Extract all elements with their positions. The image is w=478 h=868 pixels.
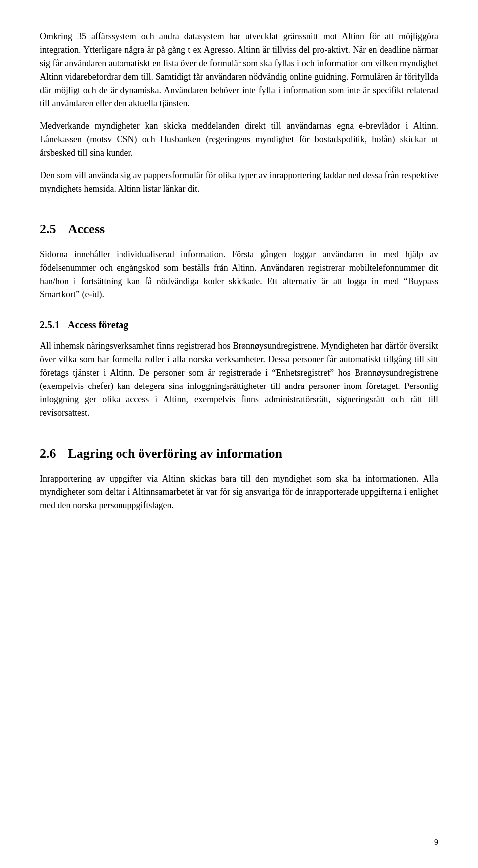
- section-25-header: 2.5 Access: [40, 219, 438, 239]
- section-25-title: Access: [68, 219, 105, 239]
- section-251-number: 2.5.1: [40, 317, 60, 332]
- section-251-header: 2.5.1 Access företag: [40, 317, 438, 332]
- section-25-number: 2.5: [40, 219, 56, 239]
- section-25-paragraph-1: Sidorna innehåller individualiserad info…: [40, 248, 438, 301]
- section-251-title: Access företag: [68, 317, 128, 332]
- section-26-title: Lagring och överföring av information: [68, 444, 282, 463]
- intro-paragraph-3: Den som vill använda sig av pappersformu…: [40, 169, 438, 195]
- intro-paragraph-1: Omkring 35 affärssystem och andra datasy…: [40, 30, 438, 110]
- page-number: 9: [434, 836, 438, 848]
- section-26-number: 2.6: [40, 444, 56, 463]
- section-26-header: 2.6 Lagring och överföring av informatio…: [40, 444, 438, 463]
- intro-paragraph-2: Medverkande myndigheter kan skicka medde…: [40, 119, 438, 160]
- section-26-paragraph-1: Inrapportering av uppgifter via Altinn s…: [40, 472, 438, 512]
- section-251-paragraph-1: All inhemsk näringsverksamhet finns regi…: [40, 339, 438, 420]
